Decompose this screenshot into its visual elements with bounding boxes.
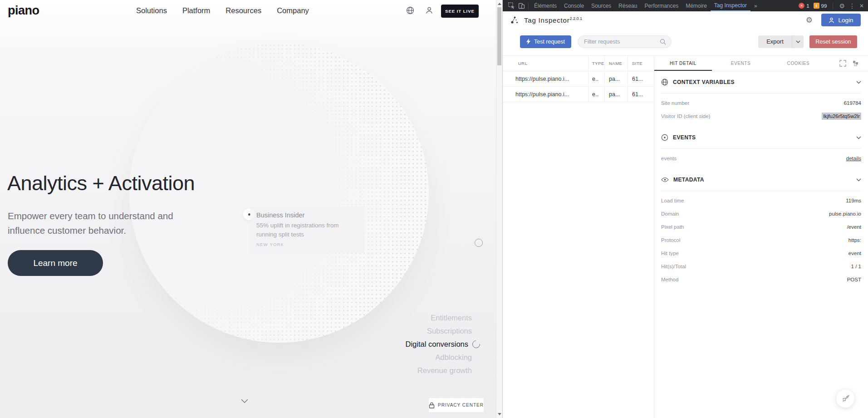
nav-resources[interactable]: Resources [226, 6, 261, 15]
row-label: events [661, 156, 677, 161]
nav-platform[interactable]: Platform [182, 6, 210, 15]
devtools-tab-tag-inspector[interactable]: Tag Inspector [711, 0, 750, 11]
section-events[interactable]: EVENTS [661, 127, 861, 149]
inspect-element-icon[interactable] [506, 0, 516, 11]
row-label: Load time [661, 198, 684, 203]
section-body: events details [661, 149, 861, 169]
testimonial-card: Business Insider 55% uplift in registrat… [250, 207, 364, 253]
export-chevron-down-icon[interactable] [792, 40, 804, 43]
section-title: CONTEXT VARIABLES [673, 79, 735, 85]
domain-value: pulse.piano.io [829, 211, 861, 216]
tag-inspector-toolbar: Test request Export Reset session [503, 29, 868, 54]
see-it-live-button[interactable]: SEE IT LIVE [441, 5, 479, 18]
chevron-down-icon[interactable] [856, 81, 861, 84]
tab-hit-detail[interactable]: HIT DETAIL [654, 56, 712, 71]
devtools-kebab-menu-icon[interactable]: ⋮ [849, 2, 855, 10]
learn-more-button[interactable]: Learn more [8, 250, 103, 276]
chevron-down-icon[interactable] [856, 178, 861, 182]
devtools-settings-gear-icon[interactable]: ⚙ [839, 2, 845, 10]
detail-row: Visitor ID (client side) lkjfu26r5tq5w2l… [661, 109, 861, 123]
hits-total-value: 1 / 1 [851, 264, 861, 269]
console-warnings-badge[interactable]: ! 99 [814, 3, 827, 9]
website-pane: piano Solutions Platform Resources Compa… [0, 0, 496, 418]
detail-row: Load time 119ms [661, 194, 861, 207]
column-header-site[interactable]: SITE [628, 56, 654, 71]
column-header-type[interactable]: TYPE [588, 56, 604, 71]
reset-session-button[interactable]: Reset session [809, 35, 857, 48]
visitor-id-value: lkjfu26r5tq5w2lr [822, 113, 861, 120]
page-scrollbar[interactable] [496, 0, 502, 418]
tag-inspector-content: URL TYPE NAME SITE https://pulse.piano.i… [503, 55, 868, 418]
scroll-down-chevron-icon[interactable] [241, 399, 248, 403]
row-label: Hit(s)/Total [661, 264, 686, 269]
request-site: 61... [628, 71, 654, 86]
test-request-label: Test request [534, 39, 565, 45]
row-label: Domain [661, 211, 679, 216]
scrollbar-down-arrow[interactable] [498, 413, 501, 415]
request-url: https://pulse.piano.i... [503, 87, 588, 102]
detail-row: Hit(s)/Total 1 / 1 [661, 260, 861, 273]
protocol-value: https: [848, 237, 861, 243]
panel-settings-gear-icon[interactable]: ⚙ [806, 15, 813, 25]
section-metadata[interactable]: METADATA [661, 169, 861, 191]
chevron-down-icon[interactable] [856, 136, 861, 139]
column-header-url[interactable]: URL [503, 56, 588, 71]
more-tabs-chevrons-icon[interactable]: » [750, 0, 761, 11]
detail-row: events details [661, 152, 861, 165]
privacy-center-button[interactable]: PRIVACY CENTER [429, 398, 484, 412]
carousel-item-subscriptions[interactable]: Subscriptions [427, 327, 472, 335]
piano-logo[interactable]: piano [8, 4, 39, 18]
column-header-name[interactable]: NAME [604, 56, 628, 71]
dock-icon[interactable] [852, 60, 859, 67]
pixel-path-value: /event [847, 224, 861, 230]
nav-company[interactable]: Company [277, 6, 309, 15]
method-value: POST [847, 277, 861, 282]
nav-solutions[interactable]: Solutions [136, 6, 167, 15]
devtools-tab-bar: Éléments Console Sources Réseau Performa… [503, 0, 868, 11]
section-title: METADATA [673, 177, 704, 183]
devtools-tab-console[interactable]: Console [560, 0, 588, 11]
panel-title-text: Tag Inspector [524, 16, 569, 24]
events-details-link[interactable]: details [846, 156, 861, 161]
panel-title: Tag Inspector2.2.0.1 [524, 16, 582, 24]
devtools-tab-memory[interactable]: Mémoire [682, 0, 711, 11]
test-request-button[interactable]: Test request [520, 35, 571, 48]
expand-icon[interactable] [839, 60, 846, 67]
filter-requests-field [578, 35, 672, 48]
carousel-item-digital-conversions[interactable]: Digital conversions [406, 340, 480, 349]
tab-events[interactable]: EVENTS [712, 56, 770, 71]
devtools-tab-network[interactable]: Réseau [615, 0, 641, 11]
language-globe-icon[interactable] [406, 6, 414, 15]
device-toolbar-icon[interactable] [516, 0, 526, 11]
scrollbar-up-arrow[interactable] [498, 3, 501, 5]
console-errors-badge[interactable]: ✕ 1 [799, 3, 809, 9]
carousel-active-label: Digital conversions [406, 340, 468, 349]
devtools-close-icon[interactable]: ✕ [859, 3, 864, 9]
export-button[interactable]: Export [758, 35, 804, 48]
login-label: Login [838, 17, 853, 24]
carousel-item-entitlements[interactable]: Entitlements [431, 314, 472, 322]
warning-count: 99 [821, 3, 827, 9]
row-label: Pixel path [661, 224, 684, 230]
tab-cookies[interactable]: COOKIES [770, 56, 827, 71]
privacy-center-label: PRIVACY CENTER [438, 403, 484, 408]
devtools-tab-elements[interactable]: Éléments [530, 0, 560, 11]
filter-requests-input[interactable] [583, 38, 660, 45]
feedback-rocket-button[interactable] [836, 389, 854, 408]
detail-row: Method POST [661, 273, 861, 286]
row-label: Protocol [661, 237, 680, 243]
carousel-item-revenue-growth[interactable]: Revenue growth [417, 366, 472, 375]
hero-subtitle: Empower every team to understand and inf… [8, 209, 207, 238]
section-body: Site number 619784 Visitor ID (client si… [661, 93, 861, 127]
scrollbar-thumb[interactable] [497, 7, 501, 65]
account-person-icon[interactable] [425, 6, 433, 15]
login-button[interactable]: Login [821, 14, 861, 26]
devtools-tab-performance[interactable]: Performances [641, 0, 682, 11]
carousel-item-adblocking[interactable]: Adblocking [435, 353, 472, 362]
request-type: e.. [588, 87, 604, 102]
request-row[interactable]: https://pulse.piano.i... e.. pa... 61... [503, 87, 654, 102]
devtools-tab-sources[interactable]: Sources [588, 0, 615, 11]
section-context-variables[interactable]: CONTEXT VARIABLES [661, 71, 861, 93]
requests-table-header: URL TYPE NAME SITE [503, 56, 654, 71]
request-row[interactable]: https://pulse.piano.i... e.. pa... 61... [503, 71, 654, 87]
